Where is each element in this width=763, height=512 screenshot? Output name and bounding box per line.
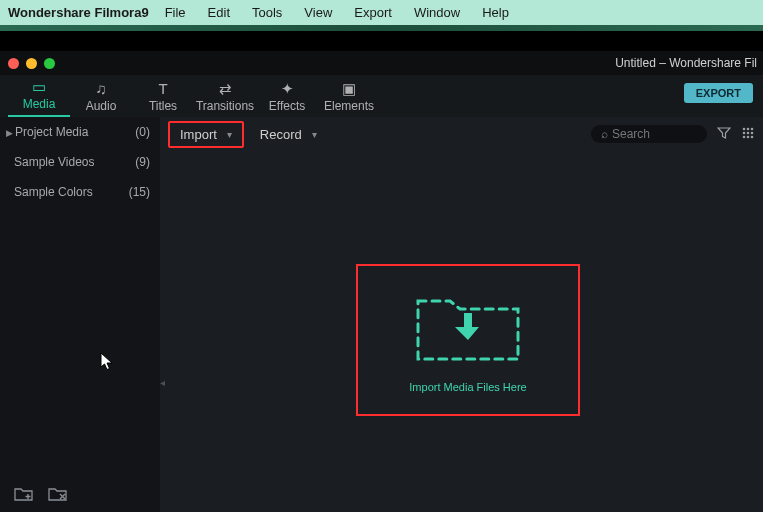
sidebar-item-project-media[interactable]: ▶Project Media (0)	[0, 117, 160, 147]
delete-folder-button[interactable]	[48, 486, 68, 502]
chevron-down-icon: ▾	[312, 129, 317, 140]
music-icon: ♫	[70, 81, 132, 97]
elements-icon: ▣	[318, 81, 380, 97]
svg-point-6	[743, 135, 746, 138]
folder-icon: ▭	[8, 79, 70, 95]
sidebar-item-count: (9)	[135, 155, 150, 169]
sidebar-item-sample-colors[interactable]: Sample Colors (15)	[0, 177, 160, 207]
import-dropdown[interactable]: Import ▾	[168, 121, 244, 148]
sidebar-item-label: Sample Colors	[14, 185, 93, 199]
search-box[interactable]: ⌕	[591, 125, 707, 143]
svg-point-7	[747, 135, 750, 138]
sidebar-item-label: Sample Videos	[14, 155, 95, 169]
traffic-lights	[8, 58, 55, 69]
svg-point-8	[751, 135, 754, 138]
app-name: Wondershare Filmora9	[8, 5, 149, 20]
content-toolbar: Import ▾ Record ▾ ⌕	[160, 117, 763, 151]
sidebar-item-sample-videos[interactable]: Sample Videos (9)	[0, 147, 160, 177]
svg-point-5	[751, 131, 754, 134]
sidebar-item-count: (15)	[129, 185, 150, 199]
tab-label: Effects	[269, 99, 305, 113]
tab-elements[interactable]: ▣ Elements	[318, 81, 380, 117]
chevron-down-icon: ▾	[227, 129, 232, 140]
close-window-button[interactable]	[8, 58, 19, 69]
collapse-sidebar-handle[interactable]: ◂	[160, 377, 165, 388]
import-label: Import	[180, 127, 217, 142]
tab-effects[interactable]: ✦ Effects	[256, 81, 318, 117]
search-icon: ⌕	[601, 127, 608, 141]
media-sidebar: ▶Project Media (0) Sample Videos (9) Sam…	[0, 117, 160, 512]
text-icon: T	[132, 81, 194, 97]
panel-tabs: ▭ Media ♫ Audio T Titles ⇄ Transitions ✦…	[0, 75, 763, 117]
menu-window[interactable]: Window	[414, 5, 460, 20]
record-dropdown[interactable]: Record ▾	[250, 123, 327, 146]
svg-point-2	[751, 127, 754, 130]
window-title: Untitled – Wondershare Fil	[615, 56, 757, 70]
filter-button[interactable]	[717, 126, 731, 143]
svg-point-3	[743, 131, 746, 134]
sidebar-item-label: Project Media	[15, 125, 88, 139]
tab-label: Transitions	[196, 99, 254, 113]
export-button[interactable]: EXPORT	[684, 83, 753, 103]
dropzone-label: Import Media Files Here	[409, 381, 526, 393]
tab-titles[interactable]: T Titles	[132, 81, 194, 117]
media-content: Import ▾ Record ▾ ⌕	[160, 117, 763, 512]
svg-point-0	[743, 127, 746, 130]
tab-label: Titles	[149, 99, 177, 113]
tab-media[interactable]: ▭ Media	[8, 79, 70, 117]
grid-view-button[interactable]	[741, 126, 755, 143]
menu-help[interactable]: Help	[482, 5, 509, 20]
tab-label: Elements	[324, 99, 374, 113]
import-dropzone[interactable]: Import Media Files Here	[356, 264, 580, 416]
effects-icon: ✦	[256, 81, 318, 97]
window-titlebar: Untitled – Wondershare Fil	[0, 51, 763, 75]
new-folder-button[interactable]	[14, 486, 34, 502]
menu-tools[interactable]: Tools	[252, 5, 282, 20]
sidebar-footer	[0, 476, 160, 512]
folder-download-icon	[412, 287, 524, 365]
menu-export[interactable]: Export	[354, 5, 392, 20]
menu-view[interactable]: View	[304, 5, 332, 20]
svg-point-1	[747, 127, 750, 130]
tab-label: Audio	[86, 99, 117, 113]
zoom-window-button[interactable]	[44, 58, 55, 69]
chevron-right-icon: ▶	[6, 128, 13, 138]
tab-label: Media	[23, 97, 56, 111]
minimize-window-button[interactable]	[26, 58, 37, 69]
menu-edit[interactable]: Edit	[208, 5, 230, 20]
menu-file[interactable]: File	[165, 5, 186, 20]
tab-audio[interactable]: ♫ Audio	[70, 81, 132, 117]
record-label: Record	[260, 127, 302, 142]
window-gap	[0, 31, 763, 51]
svg-point-4	[747, 131, 750, 134]
sidebar-item-count: (0)	[135, 125, 150, 139]
os-menubar: Wondershare Filmora9 File Edit Tools Vie…	[0, 0, 763, 25]
tab-transitions[interactable]: ⇄ Transitions	[194, 81, 256, 117]
transition-icon: ⇄	[194, 81, 256, 97]
search-input[interactable]	[612, 127, 697, 141]
